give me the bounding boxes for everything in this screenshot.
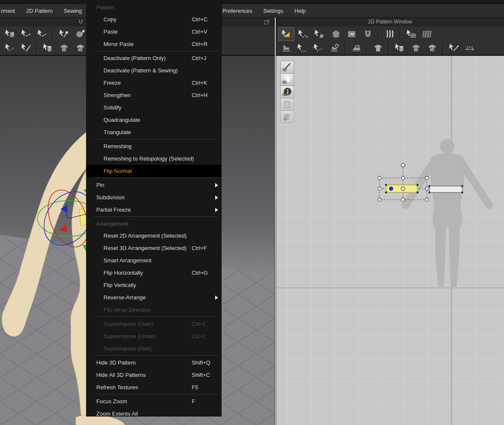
- toggle-shirt-lock-button[interactable]: [280, 110, 294, 123]
- menu-item-focus-zoom[interactable]: Focus ZoomF: [86, 395, 221, 408]
- menu-item-deactivate-pattern-only[interactable]: Deactivate (Pattern Only)Ctrl+J: [86, 52, 221, 64]
- menu-item-flip-normal[interactable]: Flip Normal: [86, 165, 221, 177]
- toggle-stitch-eye-button[interactable]: [280, 61, 294, 74]
- menubar-item-rment[interactable]: rment: [0, 8, 20, 14]
- menu-item-label: Remeshing to Retopology (Selected): [104, 155, 194, 162]
- tool-dash-tool-icon[interactable]: [462, 42, 478, 55]
- menu-item-superimpose-over[interactable]: Superimpose (Over)Ctrl+[: [86, 318, 221, 330]
- menu-item-label: Smart Arrangement: [104, 257, 152, 264]
- pattern-piece-plain[interactable]: [429, 185, 463, 193]
- menubar-item-sewing[interactable]: Sewing: [58, 8, 87, 14]
- menu-item-strengthen[interactable]: StrengthenCtrl+H: [86, 89, 221, 101]
- paper-icon: [282, 99, 292, 109]
- toolbar-divider: [378, 29, 379, 40]
- tool-texture-move-icon[interactable]: [392, 42, 407, 55]
- submenu-arrow-icon: [215, 195, 218, 200]
- menu-item-triangulate[interactable]: Triangulate: [86, 126, 221, 138]
- menu-item-paste[interactable]: PasteCtrl+V: [86, 26, 221, 38]
- menu-item-zoom-extents-all[interactable]: Zoom Extents All: [86, 408, 221, 416]
- tool-sew-edit-2-icon[interactable]: [18, 42, 34, 55]
- menu-item-label: Hide 3D Pattern: [96, 359, 136, 366]
- menubar-item-2d-pattern[interactable]: 2D Pattern: [20, 8, 58, 14]
- tool-grid-cursor-icon[interactable]: [403, 28, 419, 40]
- menu-item-label: Deactivate (Pattern & Sewing): [104, 67, 178, 74]
- menu-item-flip-wrap-direction[interactable]: Flip Wrap Direction: [86, 304, 221, 316]
- tool-pin-cursor-icon[interactable]: [56, 28, 72, 40]
- menu-item-label: Superimpose (Under): [104, 333, 156, 339]
- tool-select-curve-icon[interactable]: [35, 28, 50, 40]
- menu-item-smart-arrangement[interactable]: Smart Arrangement: [86, 254, 221, 267]
- menu-item-quadrangulate[interactable]: Quadrangulate: [86, 114, 221, 126]
- menubar-item-settings[interactable]: Settings: [258, 8, 289, 14]
- menu-item-flip-vertically[interactable]: Flip Vertically: [86, 279, 221, 291]
- menu-item-mirror-paste[interactable]: Mirror PasteCtrl+R: [86, 38, 221, 50]
- tool-line-tool-icon[interactable]: [446, 42, 461, 55]
- menu-item-hide-all-3d-patterns[interactable]: Hide All 3D PatternsShift+C: [86, 369, 221, 381]
- tool-sew-seg-icon[interactable]: [294, 42, 310, 55]
- toolbar-divider: [345, 43, 346, 54]
- menu-item-freeze[interactable]: FreezeCtrl+K: [86, 77, 221, 89]
- tool-fabric-a-icon[interactable]: [408, 42, 423, 55]
- menu-section-pattern: Pattern: [86, 1, 221, 13]
- tool-transform-active-icon[interactable]: [278, 27, 294, 41]
- tool-pin-orb-icon[interactable]: [72, 28, 88, 40]
- toolbar-divider: [36, 43, 37, 54]
- tool-rect-sheet-icon[interactable]: [344, 28, 359, 40]
- tool-fabric-a-icon[interactable]: [56, 42, 72, 55]
- menu-item-shortcut: F: [192, 398, 195, 405]
- avatar-info-icon: [282, 87, 292, 97]
- menu-item-reset-3d-arrangement-selected[interactable]: Reset 3D Arrangement (Selected)Ctrl+F: [86, 242, 221, 254]
- toggle-paper-button[interactable]: [280, 98, 294, 111]
- tool-select-move-icon[interactable]: [2, 28, 17, 40]
- menubar-item-help[interactable]: Help: [289, 8, 311, 14]
- menu-item-solidify[interactable]: Solidify: [86, 101, 221, 114]
- menu-item-subdivision[interactable]: Subdivision: [86, 191, 221, 204]
- menu-item-label: Focus Zoom: [96, 398, 127, 405]
- tool-shirt-tool-icon[interactable]: [370, 42, 386, 55]
- rotation-handle[interactable]: [401, 164, 405, 167]
- pattern-context-menu: PatternCopyCtrl+CPasteCtrl+VMirror Paste…: [86, 0, 222, 416]
- shirt-eye-icon: [282, 75, 292, 85]
- menu-item-refresh-textures[interactable]: Refresh TexturesF5: [86, 381, 221, 393]
- menu-item-label: Zoom Extents All: [96, 411, 138, 416]
- menu-item-shortcut: F5: [192, 384, 198, 391]
- tool-fabric-b-icon[interactable]: [72, 42, 88, 55]
- tool-select-point-icon[interactable]: [18, 28, 34, 40]
- menu-item-remeshing[interactable]: Remeshing: [86, 140, 221, 152]
- menu-item-flip-horizontally[interactable]: Flip HorizontallyCtrl+G: [86, 267, 221, 279]
- menu-item-shortcut: Ctrl+R: [192, 41, 207, 47]
- tool-texture-move-icon[interactable]: [40, 42, 55, 55]
- menu-item-reverse-arrange[interactable]: Reverse-Arrange: [86, 291, 221, 304]
- menubar-item-preferences[interactable]: Preferences: [217, 8, 258, 14]
- menu-item-deactivate-pattern-sewing[interactable]: Deactivate (Pattern & Sewing): [86, 64, 221, 77]
- window-divider[interactable]: [274, 17, 276, 425]
- menu-item-copy[interactable]: CopyCtrl+C: [86, 13, 221, 26]
- tool-poly-sheet-icon[interactable]: [328, 28, 343, 40]
- menu-item-superimpose-side[interactable]: Superimpose (Side): [86, 342, 221, 355]
- menu-item-shortcut: Ctrl+G: [192, 270, 208, 276]
- menu-item-pin[interactable]: Pin: [86, 179, 221, 191]
- toggle-avatar-info-button[interactable]: [280, 86, 294, 98]
- tool-edit-pattern-icon[interactable]: [295, 28, 311, 40]
- tool-iron-icon[interactable]: [348, 42, 364, 55]
- tool-sew-detail-icon[interactable]: [327, 42, 342, 55]
- tool-edit-curve-icon[interactable]: [311, 28, 327, 40]
- menu-item-hide-3d-pattern[interactable]: Hide 3D PatternShift+Q: [86, 356, 221, 369]
- menu-item-reset-2d-arrangement-selected[interactable]: Reset 2D Arrangement (Selected): [86, 230, 221, 242]
- tool-sew-edit-icon[interactable]: [2, 42, 17, 55]
- tool-sew-free-icon[interactable]: [311, 42, 326, 55]
- menu-item-label: Strengthen: [104, 92, 131, 98]
- tool-dart-icon[interactable]: [360, 28, 375, 40]
- undock-icon[interactable]: [264, 20, 270, 24]
- menu-item-label: Flip Horizontally: [104, 270, 143, 276]
- tool-fabric-b-icon[interactable]: [424, 42, 440, 55]
- menu-item-partial-freeze[interactable]: Partial Freeze: [86, 204, 221, 216]
- pattern-2d-viewport[interactable]: [276, 56, 504, 425]
- tool-pleats-icon[interactable]: [382, 28, 397, 40]
- menu-item-remeshing-to-retopology-selected[interactable]: Remeshing to Retopology (Selected): [86, 152, 221, 165]
- selected-point[interactable]: [389, 187, 393, 191]
- tool-sew-machine-icon[interactable]: [278, 42, 294, 55]
- tool-grid-icon[interactable]: [420, 28, 435, 40]
- menu-item-superimpose-under[interactable]: Superimpose (Under)Ctrl+]: [86, 330, 221, 342]
- toggle-shirt-eye-button[interactable]: [280, 73, 294, 86]
